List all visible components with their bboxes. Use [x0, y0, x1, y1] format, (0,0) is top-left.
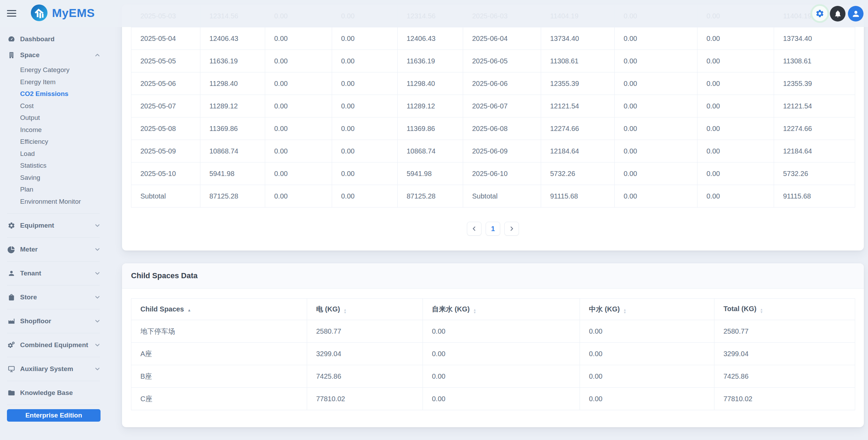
- sidebar-item-energy-category[interactable]: Energy Category: [20, 64, 100, 76]
- sidebar-item-label: Combined Equipment: [20, 341, 88, 349]
- column-header-label: Total (KG): [723, 305, 756, 313]
- cell: 12121.54: [541, 95, 615, 117]
- sidebar-item-meter[interactable]: Meter: [7, 241, 100, 257]
- column-header-中水-kg[interactable]: 中水 (KG)▲▼: [580, 299, 714, 320]
- user-avatar-icon[interactable]: [848, 6, 863, 21]
- top-navbar: MyEMS: [0, 0, 868, 27]
- sidebar-item-tenant[interactable]: Tenant: [7, 265, 100, 281]
- cell: Subtotal: [463, 185, 541, 208]
- pagination-page-1[interactable]: 1: [486, 222, 500, 236]
- building-icon: [7, 51, 16, 59]
- cell: 0.00: [697, 185, 774, 208]
- sidebar-item-space[interactable]: Space: [7, 47, 100, 63]
- sidebar-item-label: Meter: [20, 246, 38, 253]
- sidebar-item-saving[interactable]: Saving: [20, 172, 100, 184]
- sidebar-item-combined-equipment[interactable]: Combined Equipment: [7, 337, 100, 353]
- divider: [7, 237, 100, 238]
- cell: 11308.61: [541, 50, 615, 72]
- sort-icon: ▲▼: [344, 308, 347, 314]
- sidebar-item-knowledge-base[interactable]: Knowledge Base: [7, 385, 100, 401]
- cell: 5941.98: [398, 162, 463, 185]
- table-row: Subtotal87125.280.000.0087125.28Subtotal…: [131, 185, 855, 208]
- sidebar-item-cost[interactable]: Cost: [20, 100, 100, 112]
- hamburger-menu-icon[interactable]: [7, 10, 16, 17]
- table-row: 2025-05-0811369.860.000.0011369.862025-0…: [131, 117, 855, 140]
- divider: [7, 213, 100, 214]
- gears-icon: [7, 341, 16, 349]
- sidebar-item-energy-item[interactable]: Energy Item: [20, 76, 100, 88]
- cell: 0.00: [615, 27, 697, 50]
- cell: 2025-06-08: [463, 117, 541, 140]
- cell: 11289.12: [200, 95, 265, 117]
- pie-icon: [7, 246, 16, 253]
- enterprise-edition-button[interactable]: Enterprise Edition: [7, 409, 101, 422]
- table-row: 2025-05-0412406.430.000.0012406.432025-0…: [131, 27, 855, 50]
- sort-asc-icon: ▲: [188, 308, 191, 312]
- column-header-电-kg[interactable]: 电 (KG)▲▼: [307, 299, 423, 320]
- sidebar-item-dashboard[interactable]: Dashboard: [7, 31, 100, 47]
- column-header-自来水-kg[interactable]: 自来水 (KG)▲▼: [423, 299, 580, 320]
- pagination-prev-button[interactable]: [467, 222, 481, 236]
- sidebar-item-income[interactable]: Income: [20, 124, 100, 136]
- table-row: 2025-05-0511636.190.000.0011636.192025-0…: [131, 50, 855, 72]
- sidebar-item-load[interactable]: Load: [20, 148, 100, 160]
- cell: 0.00: [265, 72, 332, 95]
- chevron-down-icon: [95, 223, 100, 228]
- cell: B座: [131, 365, 307, 388]
- notifications-bell-icon[interactable]: [830, 6, 845, 21]
- cell: 0.00: [332, 162, 398, 185]
- sidebar-item-label: Space: [20, 51, 40, 59]
- cell: 0.00: [265, 27, 332, 50]
- cell: 0.00: [265, 185, 332, 208]
- sidebar-item-output[interactable]: Output: [20, 112, 100, 124]
- sidebar-item-store[interactable]: Store: [7, 289, 100, 305]
- column-header-child-spaces[interactable]: Child Spaces▲: [131, 299, 307, 320]
- sidebar-item-co2-emissions[interactable]: CO2 Emissions: [20, 88, 100, 100]
- settings-gear-icon[interactable]: [810, 4, 829, 23]
- cell: 0.00: [423, 343, 580, 365]
- sidebar: DashboardSpaceEnergy CategoryEnergy Item…: [0, 0, 122, 440]
- cell: 12184.64: [774, 140, 855, 162]
- sidebar-item-equipment[interactable]: Equipment: [7, 218, 100, 234]
- cell: 12355.39: [774, 72, 855, 95]
- chevron-right-icon: [509, 226, 514, 231]
- cell: 91115.68: [541, 185, 615, 208]
- cell: 12274.66: [541, 117, 615, 140]
- divider: [7, 333, 100, 333]
- column-header-label: 中水 (KG): [589, 305, 620, 313]
- cell: 0.00: [615, 140, 697, 162]
- cell: 3299.04: [307, 343, 423, 365]
- sidebar-item-statistics[interactable]: Statistics: [20, 160, 100, 172]
- cell: 2025-06-09: [463, 140, 541, 162]
- column-header-label: 自来水 (KG): [432, 305, 470, 313]
- cell: 0.00: [580, 365, 714, 388]
- cell: 5941.98: [200, 162, 265, 185]
- cell: 12121.54: [774, 95, 855, 117]
- cell: 2025-05-04: [131, 27, 200, 50]
- divider: [7, 285, 100, 285]
- column-header-label: Child Spaces: [140, 305, 184, 313]
- person-icon: [7, 270, 16, 277]
- table-row: 2025-05-0611298.400.000.0011298.402025-0…: [131, 72, 855, 95]
- cell: 2580.77: [307, 320, 423, 343]
- sidebar-item-shopfloor[interactable]: Shopfloor: [7, 313, 100, 329]
- cell: 2025-05-07: [131, 95, 200, 117]
- brand-logo[interactable]: MyEMS: [31, 5, 95, 21]
- cell: 0.00: [615, 50, 697, 72]
- column-header-total-kg[interactable]: Total (KG)▲▼: [714, 299, 855, 320]
- sidebar-item-plan[interactable]: Plan: [20, 184, 100, 196]
- table-row: C座77810.020.000.0077810.02: [131, 388, 855, 410]
- dashboard-icon: [7, 35, 16, 43]
- sidebar-item-auxiliary-system[interactable]: Auxiliary System: [7, 361, 100, 377]
- sidebar-item-environment-monitor[interactable]: Environment Monitor: [20, 196, 100, 208]
- cell: 11636.19: [398, 50, 463, 72]
- pagination-next-button[interactable]: [504, 222, 519, 236]
- sidebar-item-efficiency[interactable]: Efficiency: [20, 136, 100, 148]
- table-row: 地下停车场2580.770.000.002580.77: [131, 320, 855, 343]
- cell: 7425.86: [714, 365, 855, 388]
- report-table: 2025-05-0312314.560.000.0012314.562025-0…: [131, 5, 855, 208]
- cell: 0.00: [615, 162, 697, 185]
- table-row: A座3299.040.000.003299.04: [131, 343, 855, 365]
- cell: 2025-06-06: [463, 72, 541, 95]
- cell: 12355.39: [541, 72, 615, 95]
